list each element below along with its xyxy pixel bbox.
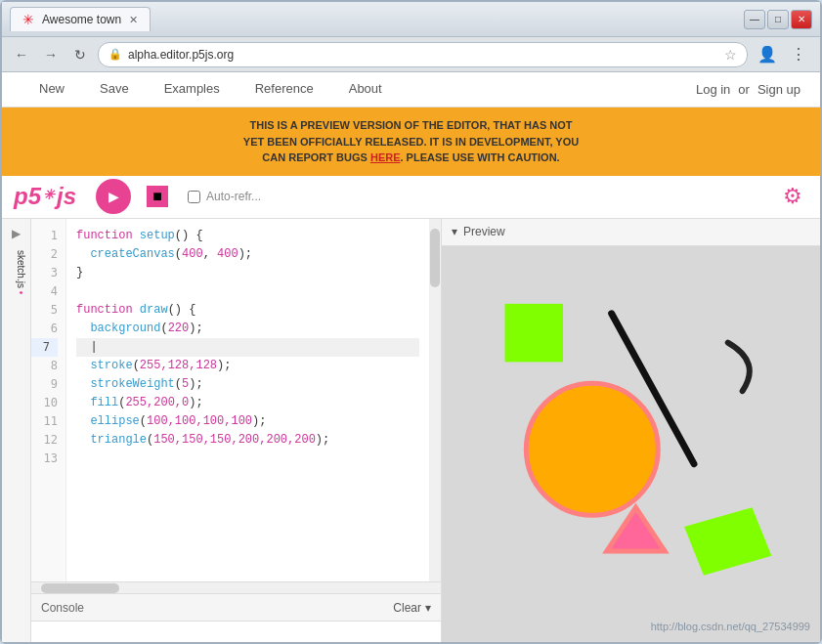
settings-icon[interactable]: ⋮ xyxy=(785,41,812,68)
line-num-10: 10 xyxy=(44,394,58,412)
console-body xyxy=(31,622,441,642)
code-content[interactable]: function setup() { createCanvas(400, 400… xyxy=(66,219,429,582)
p5-logo: p5 ✳ js xyxy=(14,183,76,210)
forward-button[interactable]: → xyxy=(39,43,63,66)
code-line-10: fill(255,200,0); xyxy=(76,394,419,412)
svg-rect-3 xyxy=(505,303,564,362)
code-line-6: background(220); xyxy=(76,320,419,338)
tab-title: Awesome town xyxy=(42,13,121,26)
code-line-7: | xyxy=(76,338,419,357)
play-button[interactable]: ▶ xyxy=(96,179,131,214)
nav-or: or xyxy=(738,82,750,97)
preview-panel: ▾ Preview xyxy=(442,219,820,643)
line-num-13: 13 xyxy=(44,450,58,468)
maximize-button[interactable]: □ xyxy=(767,10,789,29)
browser-toolbar-right: 👤 ⋮ xyxy=(754,41,812,68)
p5-star: ✳ xyxy=(43,187,55,202)
console-clear-button[interactable]: Clear ▾ xyxy=(393,601,431,615)
line-num-7: 7 xyxy=(31,338,58,357)
nav-item-examples[interactable]: Examples xyxy=(147,72,238,107)
code-editor-body[interactable]: 1 2 3 4 5 6 7 8 9 10 11 12 13 xyxy=(31,219,441,582)
code-hscroll[interactable] xyxy=(31,581,441,593)
modified-indicator: • xyxy=(16,290,26,294)
file-tree-toggle[interactable]: ▶ xyxy=(12,227,21,240)
auto-refresh-toggle[interactable]: Auto-refr... xyxy=(188,190,261,203)
stop-button[interactable]: ■ xyxy=(147,186,168,207)
settings-button[interactable]: ⚙ xyxy=(777,181,808,212)
address-bar[interactable]: 🔒 alpha.editor.p5js.org ☆ xyxy=(98,42,748,67)
preview-banner: THIS IS A PREVIEW VERSION OF THE EDITOR,… xyxy=(2,107,820,176)
title-bar: ✳ Awesome town ✕ — □ ✕ xyxy=(2,2,820,37)
banner-text4: . PLEASE USE WITH CAUTION. xyxy=(401,151,560,163)
editor-toolbar: p5 ✳ js ▶ ■ Auto-refr... ⚙ xyxy=(2,176,820,219)
line-num-2: 2 xyxy=(51,245,58,264)
file-tree: ▶ sketch.js • xyxy=(2,219,31,643)
auto-refresh-checkbox[interactable] xyxy=(188,191,200,203)
window-controls: — □ ✕ xyxy=(744,10,812,29)
app-content: New Save Examples Reference About Log in… xyxy=(2,72,820,642)
line-num-11: 11 xyxy=(44,412,58,431)
nav-item-about[interactable]: About xyxy=(331,72,400,107)
preview-label: Preview xyxy=(463,225,505,238)
code-scrollbar[interactable] xyxy=(429,219,441,582)
minimize-button[interactable]: — xyxy=(744,10,765,29)
reload-button[interactable]: ↻ xyxy=(68,43,92,66)
code-scrollbar-thumb[interactable] xyxy=(430,229,440,287)
clear-label: Clear xyxy=(393,601,421,615)
back-button[interactable]: ← xyxy=(10,43,33,66)
code-line-5: function draw() { xyxy=(76,301,419,320)
console-label: Console xyxy=(41,601,84,615)
line-numbers: 1 2 3 4 5 6 7 8 9 10 11 12 13 xyxy=(31,219,66,582)
bookmark-icon[interactable]: ☆ xyxy=(724,47,737,63)
lock-icon: 🔒 xyxy=(108,48,122,61)
code-line-2: createCanvas(400, 400); xyxy=(76,245,419,264)
filename: sketch.js xyxy=(16,250,26,288)
watermark: http://blog.csdn.net/qq_27534999 xyxy=(651,621,810,632)
line-num-12: 12 xyxy=(44,431,58,450)
signup-link[interactable]: Sign up xyxy=(757,82,800,97)
svg-point-1 xyxy=(526,383,658,515)
banner-link[interactable]: HERE xyxy=(370,151,401,163)
auto-refresh-label: Auto-refr... xyxy=(206,190,261,203)
banner-text1: THIS IS A PREVIEW VERSION OF THE EDITOR,… xyxy=(249,119,572,131)
p5-js-text: js xyxy=(57,183,76,210)
code-line-1: function setup() { xyxy=(76,227,419,245)
url-text: alpha.editor.p5js.org xyxy=(128,48,718,62)
app-nav: New Save Examples Reference About Log in… xyxy=(2,72,820,107)
tab-close-button[interactable]: ✕ xyxy=(129,14,138,26)
line-num-3: 3 xyxy=(51,264,58,282)
preview-svg xyxy=(442,246,820,643)
code-editor[interactable]: 1 2 3 4 5 6 7 8 9 10 11 12 13 xyxy=(31,219,442,643)
stop-icon: ■ xyxy=(152,188,162,205)
nav-item-save[interactable]: Save xyxy=(82,72,147,107)
profile-icon[interactable]: 👤 xyxy=(754,41,781,68)
code-line-8: stroke(255,128,128); xyxy=(76,357,419,375)
console-area: Console Clear ▾ xyxy=(31,593,441,642)
editor-area: ▶ sketch.js • 1 2 3 4 5 6 7 xyxy=(2,219,820,643)
code-hscroll-thumb[interactable] xyxy=(41,583,119,593)
file-tree-item[interactable]: sketch.js • xyxy=(2,248,30,296)
preview-chevron-icon: ▾ xyxy=(452,225,457,238)
browser-tab[interactable]: ✳ Awesome town ✕ xyxy=(10,7,151,31)
line-num-5: 5 xyxy=(51,301,58,320)
code-line-9: strokeWeight(5); xyxy=(76,375,419,394)
tab-favicon: ✳ xyxy=(22,12,34,27)
clear-chevron-icon: ▾ xyxy=(425,601,431,615)
line-num-6: 6 xyxy=(51,320,58,338)
console-header: Console Clear ▾ xyxy=(31,594,441,622)
browser-window: ✳ Awesome town ✕ — □ ✕ ← → ↻ 🔒 alpha.edi… xyxy=(0,0,822,644)
close-button[interactable]: ✕ xyxy=(791,10,812,29)
nav-right: Log in or Sign up xyxy=(696,82,800,97)
code-line-3: } xyxy=(76,264,419,282)
preview-header: ▾ Preview xyxy=(442,219,820,246)
banner-text2: YET BEEN OFFICIALLY RELEASED. IT IS IN D… xyxy=(243,136,579,148)
address-bar-row: ← → ↻ 🔒 alpha.editor.p5js.org ☆ 👤 ⋮ xyxy=(2,37,820,72)
nav-item-new[interactable]: New xyxy=(22,72,82,107)
banner-text3: CAN REPORT BUGS xyxy=(262,151,370,163)
nav-item-reference[interactable]: Reference xyxy=(238,72,331,107)
preview-canvas: http://blog.csdn.net/qq_27534999 xyxy=(442,246,820,643)
code-line-4 xyxy=(76,282,419,301)
line-num-9: 9 xyxy=(51,375,58,394)
line-num-8: 8 xyxy=(51,357,58,375)
login-link[interactable]: Log in xyxy=(696,82,730,97)
